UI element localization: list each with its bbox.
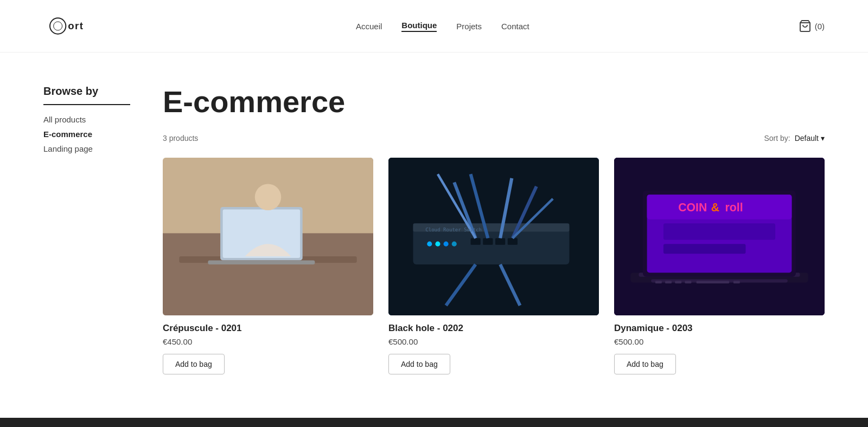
product-image-dynamique: COIN & roll: [614, 158, 825, 315]
products-count: 3 products: [163, 134, 198, 143]
svg-point-0: [50, 18, 66, 34]
svg-rect-9: [208, 260, 315, 264]
sort-dropdown[interactable]: Default ▾: [795, 134, 825, 143]
svg-rect-48: [733, 281, 740, 283]
svg-rect-38: [663, 244, 746, 254]
product-price: €500.00: [614, 337, 825, 346]
svg-rect-19: [483, 238, 493, 244]
sort-container: Sort by: Default ▾: [764, 134, 825, 143]
product-price: €450.00: [163, 337, 373, 346]
browse-by-label: Browse by: [43, 85, 130, 98]
svg-point-10: [255, 184, 282, 210]
page-title: E-commerce: [163, 85, 825, 119]
svg-rect-37: [663, 223, 775, 240]
product-image-blackhole: Cloud Router Switch: [388, 158, 599, 315]
nav-projets[interactable]: Projets: [456, 22, 482, 31]
blackhole-illustration: Cloud Router Switch: [388, 158, 599, 315]
add-to-bag-button[interactable]: Add to bag: [388, 354, 450, 374]
product-image-crepuscule: [163, 158, 373, 315]
product-image-inner: Cloud Router Switch: [388, 158, 599, 315]
product-image-inner: COIN & roll: [614, 158, 825, 315]
sidebar-item-landing-page[interactable]: Landing page: [43, 144, 130, 153]
product-image-inner: [163, 158, 373, 315]
products-header: 3 products Sort by: Default ▾: [163, 134, 825, 143]
sort-label: Sort by:: [764, 134, 790, 143]
svg-point-17: [452, 241, 457, 246]
svg-rect-47: [697, 281, 730, 283]
svg-point-16: [444, 241, 449, 246]
svg-point-15: [435, 241, 440, 246]
add-to-bag-button[interactable]: Add to bag: [614, 354, 676, 374]
svg-point-14: [427, 241, 432, 246]
products-grid: Crépuscule - 0201 €450.00 Add to bag: [163, 158, 825, 374]
product-name: Crépuscule - 0201: [163, 323, 373, 334]
svg-rect-44: [665, 281, 672, 283]
main-nav: Accueil Boutique Projets Contact: [356, 21, 529, 32]
sidebar: Browse by All products E-commerce Landin…: [43, 85, 130, 374]
product-card: Crépuscule - 0201 €450.00 Add to bag: [163, 158, 373, 374]
crepuscule-illustration: [163, 158, 373, 315]
nav-accueil[interactable]: Accueil: [356, 22, 382, 31]
cart-icon: [799, 20, 812, 33]
chevron-down-icon: ▾: [821, 134, 825, 143]
product-name: Dynamique - 0203: [614, 323, 825, 334]
sidebar-links: All products E-commerce Landing page: [43, 115, 130, 153]
svg-rect-45: [675, 281, 681, 283]
product-card: Cloud Router Switch Black hole - 0202 €5…: [388, 158, 599, 374]
svg-text:COIN: COIN: [678, 200, 707, 213]
sidebar-divider: [43, 104, 130, 105]
header: ort Accueil Boutique Projets Contact (0): [0, 0, 868, 53]
sidebar-item-all-products[interactable]: All products: [43, 115, 130, 124]
svg-rect-21: [508, 238, 518, 244]
svg-rect-46: [685, 281, 691, 283]
logo: ort: [43, 10, 87, 42]
nav-contact[interactable]: Contact: [501, 22, 529, 31]
svg-text:ort: ort: [68, 20, 84, 31]
logo-svg: ort: [43, 10, 87, 42]
main-container: Browse by All products E-commerce Landin…: [0, 53, 868, 418]
svg-point-1: [54, 22, 62, 30]
product-card: COIN & roll: [614, 158, 825, 374]
svg-rect-18: [471, 238, 481, 244]
dynamique-illustration: COIN & roll: [614, 158, 825, 315]
svg-text:Cloud Router Switch: Cloud Router Switch: [425, 227, 482, 232]
product-price: €500.00: [388, 337, 599, 346]
cart-button[interactable]: (0): [799, 20, 825, 33]
cart-count: (0): [815, 22, 825, 31]
sidebar-item-ecommerce[interactable]: E-commerce: [43, 130, 130, 139]
svg-text:roll: roll: [725, 200, 743, 213]
testimonials-section: ★★★★★ Oort a transformé mon projet en un…: [0, 418, 868, 427]
svg-text:&: &: [711, 200, 719, 213]
sort-value-label: Default: [795, 134, 819, 143]
content-area: E-commerce 3 products Sort by: Default ▾: [163, 85, 825, 374]
svg-rect-20: [495, 238, 505, 244]
product-name: Black hole - 0202: [388, 323, 599, 334]
svg-rect-43: [655, 281, 662, 283]
add-to-bag-button[interactable]: Add to bag: [163, 354, 225, 374]
nav-boutique[interactable]: Boutique: [401, 21, 437, 32]
